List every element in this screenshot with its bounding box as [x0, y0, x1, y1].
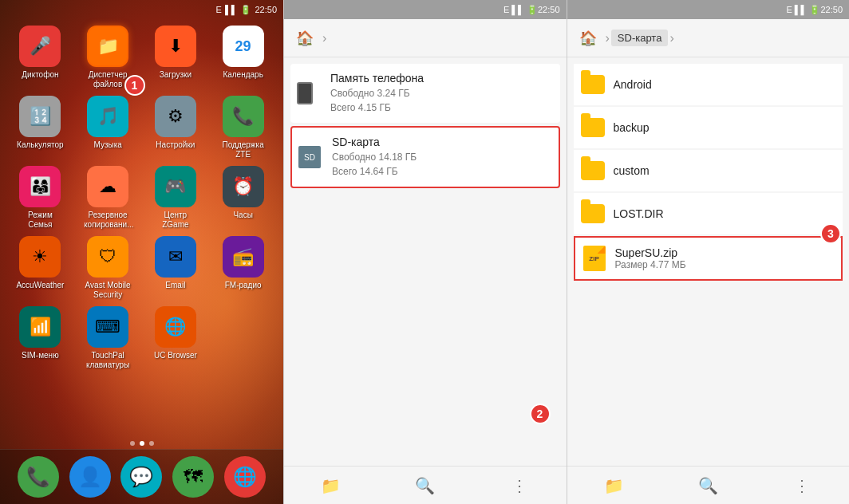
dictophone-icon: 🎤: [19, 26, 61, 67]
phone-memory-info: Память телефона Свободно 3.24 ГБ Всего 4…: [330, 72, 554, 115]
touchpal-label: TouchPal клавиатуры: [84, 351, 132, 370]
family-label: Режим Семья: [16, 211, 64, 230]
breadcrumb-sep2: ›: [669, 31, 673, 45]
android-homescreen: E ▌▌ 🔋 22:50 🎤 Диктофон 📁 Диспетчер файл…: [0, 0, 283, 504]
file-manager-panel3: E ▌▌ 🔋 22:50 🏠 › SD-карта › Android back: [567, 0, 850, 504]
folder-android[interactable]: Android: [574, 64, 843, 105]
app-music[interactable]: 🎵 Музыка: [77, 96, 139, 159]
file-supersu[interactable]: ZIP SuperSU.zip Размер 4.77 МБ ←: [574, 236, 843, 281]
calendar-label: Календарь: [223, 70, 263, 80]
search-btn-panel2[interactable]: 🔍: [411, 471, 440, 500]
more-btn-panel2[interactable]: ⋮: [505, 471, 534, 500]
step3-arrow: ←: [846, 247, 849, 270]
fm-bottombar-panel3: 📁 🔍 ⋮: [567, 466, 850, 504]
app-calculator[interactable]: 🔢 Калькулятор: [10, 96, 71, 159]
file-manager-panel2: E ▌▌ 🔋 22:50 🏠 › Память телефона Свободн…: [283, 0, 567, 504]
new-folder-btn-panel3[interactable]: 📁: [599, 471, 628, 500]
breadcrumb-sep: ›: [322, 31, 326, 45]
fm-toolbar-panel3: 🏠 › SD-карта ›: [567, 19, 850, 57]
clock-icon: ⏰: [223, 166, 264, 207]
network-indicator: E: [216, 5, 222, 14]
sd-card-free: Свободно 14.18 ГБ: [332, 150, 552, 164]
supersu-info: SuperSU.zip Размер 4.77 МБ: [615, 246, 686, 270]
app-fm-radio[interactable]: 📻 FM-радио: [212, 236, 274, 300]
file-manager-icon: 📁: [87, 26, 128, 67]
folder-android-icon: [580, 72, 606, 97]
more-btn-panel3[interactable]: ⋮: [788, 471, 816, 500]
sim-menu-icon: 📶: [19, 306, 61, 348]
sd-card-total: Всего 14.64 ГБ: [332, 164, 552, 179]
uc-browser-icon: 🌐: [155, 306, 196, 348]
settings-label: Настройки: [156, 140, 195, 150]
folder-backup[interactable]: backup: [574, 107, 843, 148]
zte-support-icon: 📞: [223, 96, 264, 137]
storage-phone-memory[interactable]: Память телефона Свободно 3.24 ГБ Всего 4…: [290, 64, 560, 123]
dock-apps: 📞 👤 💬 🗺 🌐: [0, 449, 283, 504]
calendar-icon: 29: [223, 26, 264, 67]
calculator-label: Калькулятор: [17, 140, 64, 150]
fm-toolbar-panel2: 🏠 ›: [284, 19, 567, 57]
sd-card-info: SD-карта Свободно 14.18 ГБ Всего 14.64 Г…: [332, 136, 552, 179]
app-dictophone[interactable]: 🎤 Диктофон: [10, 26, 71, 89]
uc-browser-label: UC Browser: [154, 351, 197, 360]
zgame-label: Центр ZGame: [152, 211, 199, 230]
dock-messages[interactable]: 💬: [120, 456, 162, 498]
dock-chrome[interactable]: 🌐: [224, 456, 266, 498]
supersu-zip-icon: ZIP: [582, 246, 607, 271]
downloads-label: Загрузки: [160, 70, 192, 80]
folder-custom[interactable]: custom: [574, 150, 843, 191]
app-uc-browser[interactable]: 🌐 UC Browser: [145, 306, 207, 370]
music-label: Музыка: [93, 140, 121, 150]
phone-memory-total: Всего 4.15 ГБ: [330, 100, 554, 115]
sim-menu-label: SIM-меню: [22, 351, 59, 360]
folder-custom-icon: [580, 158, 606, 183]
app-email[interactable]: ✉ Email: [145, 236, 207, 300]
app-zte-support[interactable]: 📞 Поддержка ZTE: [212, 96, 274, 159]
app-sim-menu[interactable]: 📶 SIM-меню: [10, 306, 71, 370]
sd-card-icon: SD: [298, 146, 324, 168]
fm-bottombar-panel2: 📁 🔍 ⋮: [284, 466, 567, 504]
panel2-status-icons: E ▌▌ 🔋: [503, 5, 538, 15]
app-zgame[interactable]: 🎮 Центр ZGame: [145, 166, 207, 230]
home-button-panel3[interactable]: 🏠: [574, 24, 602, 53]
status-icons: E ▌▌ 🔋 22:50: [216, 5, 277, 15]
dot-3: [149, 441, 154, 446]
app-settings[interactable]: ⚙ Настройки: [145, 96, 207, 159]
dock-maps[interactable]: 🗺: [172, 456, 214, 498]
signal-icon: ▌▌: [225, 5, 238, 14]
breadcrumb-sd-card[interactable]: SD-карта: [611, 30, 669, 46]
backup-label: Резервное копировани...: [84, 211, 132, 230]
app-calendar[interactable]: 29 Календарь: [212, 26, 274, 89]
home-button-panel2[interactable]: 🏠: [290, 24, 319, 53]
app-accuweather[interactable]: ☀ AccuWeather: [10, 236, 71, 300]
phone-memory-name: Память телефона: [330, 72, 554, 85]
app-downloads[interactable]: ⬇ Загрузки: [145, 26, 207, 89]
fm-radio-icon: 📻: [223, 236, 264, 278]
sd-card-name: SD-карта: [332, 136, 552, 148]
app-grid: 🎤 Диктофон 📁 Диспетчер файлов 1 ⬇ Загруз…: [0, 19, 283, 376]
app-touchpal[interactable]: ⌨ TouchPal клавиатуры: [77, 306, 139, 370]
dock-contacts[interactable]: 👤: [69, 456, 111, 498]
zte-support-label: Поддержка ZTE: [219, 140, 267, 159]
app-file-manager[interactable]: 📁 Диспетчер файлов 1: [77, 26, 139, 89]
app-empty: [212, 306, 274, 370]
folder-lost-dir[interactable]: LOST.DIR: [574, 193, 843, 234]
phone-memory-icon: [297, 82, 322, 104]
accuweather-icon: ☀: [19, 236, 61, 278]
new-folder-btn-panel2[interactable]: 📁: [317, 471, 346, 500]
app-backup[interactable]: ☁ Резервное копировани...: [77, 166, 139, 230]
app-family[interactable]: 👨‍👩‍👧 Режим Семья: [10, 166, 71, 230]
search-btn-panel3[interactable]: 🔍: [693, 471, 722, 500]
app-clock[interactable]: ⏰ Часы: [212, 166, 274, 230]
dock-phone[interactable]: 📞: [18, 456, 59, 498]
app-avast[interactable]: 🛡 Avast Mobile Security: [77, 236, 139, 300]
zgame-icon: 🎮: [155, 166, 196, 207]
storage-sd-card[interactable]: SD SD-карта Свободно 14.18 ГБ Всего 14.6…: [290, 126, 560, 188]
settings-icon: ⚙: [155, 96, 196, 137]
dot-1: [130, 441, 135, 446]
page-indicator: [0, 438, 283, 449]
calculator-icon: 🔢: [19, 96, 61, 137]
step-badge-3: 3: [820, 223, 841, 244]
email-icon: ✉: [155, 236, 196, 278]
battery-icon: 🔋: [240, 5, 251, 15]
